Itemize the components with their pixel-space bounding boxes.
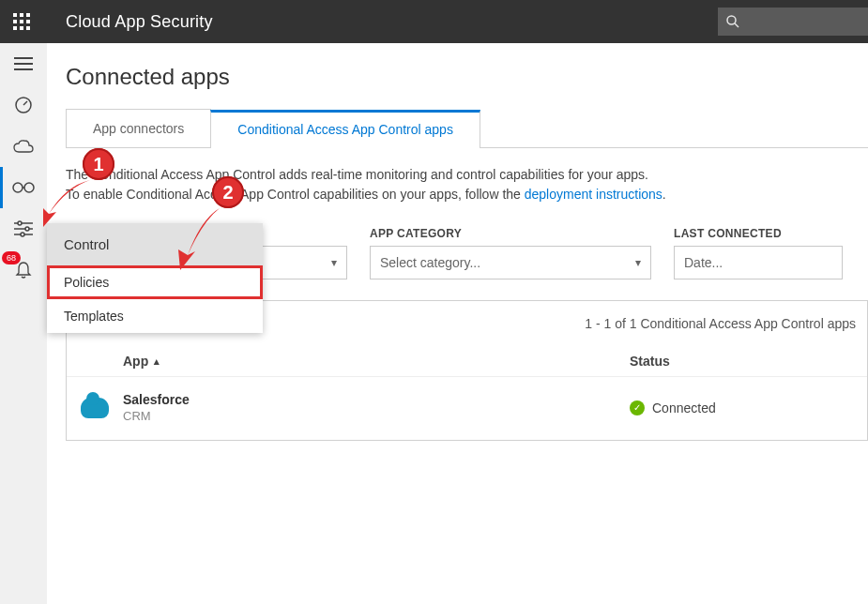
svg-rect-8: [26, 26, 30, 30]
svg-point-24: [21, 233, 24, 236]
filter-category-label: APP CATEGORY: [370, 227, 651, 240]
svg-rect-3: [13, 20, 17, 23]
info-line2-suffix: .: [662, 187, 666, 202]
flyout-item-policies[interactable]: Policies: [47, 265, 263, 299]
svg-line-15: [23, 101, 27, 105]
filter-category: APP CATEGORY Select category... ▾: [370, 227, 651, 279]
filter-last-connected-select[interactable]: Date...: [674, 246, 843, 279]
svg-point-9: [727, 16, 736, 24]
annotation-arrow-2: [171, 203, 227, 278]
active-marker: [0, 167, 3, 208]
filter-last-connected-label: LAST CONNECTED: [674, 227, 843, 240]
app-icon: [67, 398, 123, 418]
nav-dashboard[interactable]: [0, 84, 47, 126]
info-line1: The Conditional Access App Control adds …: [66, 167, 648, 182]
annotation-arrow-1: [34, 174, 94, 234]
svg-rect-6: [13, 26, 17, 30]
sort-asc-icon: ▴: [154, 355, 160, 368]
info-text: The Conditional Access App Control adds …: [66, 165, 868, 204]
svg-point-16: [13, 183, 23, 192]
bell-icon: [15, 261, 32, 279]
global-search[interactable]: [718, 8, 868, 36]
svg-point-20: [18, 221, 22, 225]
control-flyout: Control Policies Templates: [47, 223, 263, 333]
chevron-down-icon: ▾: [635, 256, 641, 269]
tabs: App connectors Conditional Access App Co…: [66, 109, 868, 148]
hamburger-icon: [14, 57, 33, 70]
svg-rect-2: [26, 13, 30, 17]
row-status-cell: ✓ Connected: [630, 400, 817, 415]
search-icon: [725, 14, 740, 29]
filter-last-connected: LAST CONNECTED Date...: [674, 227, 843, 279]
col-header-app-label: App: [123, 354, 148, 369]
svg-rect-5: [26, 20, 30, 23]
app-category: CRM: [123, 409, 630, 423]
alerts-badge: 68: [2, 251, 21, 264]
top-bar: Cloud App Security: [0, 0, 868, 43]
check-icon: ✓: [630, 400, 645, 415]
annotation-step-1: 1: [83, 148, 114, 180]
svg-rect-0: [13, 13, 17, 17]
row-app-cell: Salesforce CRM: [123, 392, 630, 423]
tab-conditional-access-apps[interactable]: Conditional Access App Control apps: [210, 110, 480, 148]
svg-point-22: [25, 227, 29, 231]
flyout-item-templates[interactable]: Templates: [47, 299, 263, 333]
table-row[interactable]: Salesforce CRM ✓ Connected: [67, 376, 867, 440]
svg-line-10: [735, 23, 739, 27]
filter-last-connected-placeholder: Date...: [684, 255, 723, 270]
gauge-icon: [14, 96, 33, 114]
tab-app-connectors[interactable]: App connectors: [66, 109, 211, 147]
left-nav-rail: 68: [0, 43, 47, 604]
deployment-instructions-link[interactable]: deployment instructions: [525, 187, 662, 202]
investigate-icon: [12, 181, 35, 194]
app-launcher-button[interactable]: [0, 0, 43, 43]
sliders-icon: [14, 220, 33, 237]
col-header-app[interactable]: App ▴: [123, 354, 630, 369]
waffle-icon: [13, 13, 30, 30]
page-title: Connected apps: [66, 64, 868, 90]
app-title: Cloud App Security: [66, 12, 213, 32]
annotation-step-2: 2: [212, 176, 244, 208]
cloud-icon: [13, 139, 34, 154]
col-header-status[interactable]: Status: [630, 354, 817, 369]
status-text: Connected: [652, 400, 716, 415]
nav-alerts[interactable]: 68: [0, 249, 47, 291]
chevron-down-icon: ▾: [331, 256, 337, 269]
svg-rect-7: [20, 26, 23, 30]
svg-point-17: [24, 183, 34, 192]
nav-discover[interactable]: [0, 126, 47, 167]
svg-rect-4: [20, 20, 23, 23]
filter-category-select[interactable]: Select category... ▾: [370, 246, 651, 279]
nav-menu-toggle[interactable]: [0, 43, 47, 84]
svg-rect-1: [20, 13, 23, 17]
salesforce-icon: [81, 398, 109, 418]
info-line2-prefix: To enable Conditional Access App Control…: [66, 187, 525, 202]
filter-category-placeholder: Select category...: [380, 255, 480, 270]
table-head: App ▴ Status: [67, 346, 867, 376]
app-name: Salesforce: [123, 392, 630, 407]
